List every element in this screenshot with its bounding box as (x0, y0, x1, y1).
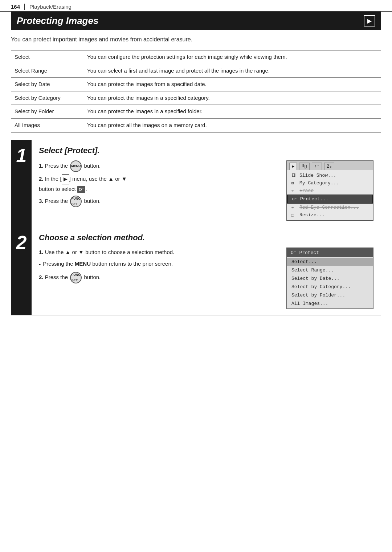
step1-instr-2: 2. In the [▶] menu, use the ▲ or ▼button… (39, 174, 279, 193)
step1-instr-1: 1. Press the MENU button. (39, 160, 279, 172)
protect-item-select-by-folder: Select by Folder... (287, 291, 373, 299)
table-row: Select by Folder You can protect the ima… (11, 105, 381, 119)
table-label: Select by Category (11, 91, 83, 105)
step-2-block: 2 Choose a selection method. 1. Use the … (11, 227, 381, 315)
protect-item-select-range: Select Range... (287, 266, 373, 274)
table-label: Select (11, 50, 83, 64)
protect-item-select: Select... (287, 258, 373, 266)
page-title: Protecting Images (17, 15, 98, 26)
protect-menu: O⁻ Protect Select... Select Range... Sel… (286, 248, 373, 309)
tab-2: Цg (299, 163, 309, 170)
step-2-number: 2 (11, 227, 32, 315)
step-2-instructions: 1. Use the ▲ or ▼ button to choose a sel… (39, 248, 279, 309)
camera-menu-tabs: ▶ Цg ↑↑ 2ₒ (287, 161, 373, 170)
step-2-content: Choose a selection method. 1. Use the ▲ … (32, 227, 381, 315)
main-content: Protecting Images ▶ You can protect impo… (0, 12, 392, 330)
table-description: You can protect the images from a specif… (83, 78, 381, 91)
table-row: All Images You can protect all the image… (11, 118, 381, 132)
table-description: You can protect the images in a specifie… (83, 91, 381, 105)
table-description: You can configure the protection setting… (83, 50, 381, 64)
step-2-title: Choose a selection method. (39, 233, 373, 242)
menu-item-protect: O⁻ Protect... (287, 195, 373, 204)
category-icon: ⊞ (291, 181, 297, 185)
step-1-title: Select [Protect]. (39, 146, 373, 155)
func-set-button-icon: FUNCSET (70, 196, 82, 207)
protect-symbol: O⁻ (77, 186, 86, 193)
table-description: You can protect all the images on a memo… (83, 118, 381, 132)
intro-text: You can protect important images and mov… (11, 35, 381, 44)
section-label: Playback/Erasing (29, 4, 72, 10)
protect-menu-items: Select... Select Range... Select by Date… (287, 257, 373, 308)
protect-menu-title: O⁻ Protect (291, 250, 319, 255)
title-block: Protecting Images ▶ (11, 12, 381, 30)
step-1-content: Select [Protect]. 1. Press the MENU butt… (32, 140, 381, 227)
step-1-number: 1 (11, 140, 32, 227)
table-label: All Images (11, 118, 83, 132)
step-1-screenshot: ▶ Цg ↑↑ 2ₒ 🎞 Slide Show... ⊞ (286, 160, 373, 221)
step-1-block: 1 Select [Protect]. 1. Press the MENU bu… (11, 140, 381, 227)
page-number: 164 (11, 4, 25, 10)
redeye-icon: ✦ (291, 205, 297, 210)
protect-item-select-by-category: Select by Category... (287, 283, 373, 291)
protect-menu-header: O⁻ Protect (287, 248, 373, 257)
menu-item-resize: ⬚ Resize... (287, 211, 373, 219)
step-1-body: 1. Press the MENU button. 2. In the [▶] … (39, 160, 373, 221)
erase-icon: ✦ (291, 188, 297, 193)
protect-item-all-images: All Images... (287, 299, 373, 308)
step-1-instructions: 1. Press the MENU button. 2. In the [▶] … (39, 160, 279, 221)
playback-symbol: ▶ (62, 174, 69, 184)
slideshow-icon: 🎞 (291, 173, 297, 178)
step1-instr-3: 3. Press the FUNCSET button. (39, 196, 279, 207)
camera-menu-1: ▶ Цg ↑↑ 2ₒ 🎞 Slide Show... ⊞ (286, 160, 373, 221)
table-label: Select by Folder (11, 105, 83, 119)
table-row: Select by Date You can protect the image… (11, 78, 381, 91)
menu-item-erase: ✦ Erase (287, 187, 373, 195)
step2-bullet: • Pressing the MENU button returns to th… (39, 259, 279, 269)
table-description: You can protect the images in a specifie… (83, 105, 381, 119)
page-header: 164 Playback/Erasing (0, 0, 392, 12)
step-2-body: 1. Use the ▲ or ▼ button to choose a sel… (39, 248, 373, 309)
table-label: Select Range (11, 64, 83, 78)
menu-item-mycategory: ⊞ My Category... (287, 179, 373, 187)
step2-instr-2: 2. Press the FUNCSET button. (39, 272, 279, 283)
step-2-screenshot: O⁻ Protect Select... Select Range... Sel… (286, 248, 373, 309)
table-row: Select by Category You can protect the i… (11, 91, 381, 105)
table-row: Select You can configure the protection … (11, 50, 381, 64)
table-label: Select by Date (11, 78, 83, 91)
step2-instr-1: 1. Use the ▲ or ▼ button to choose a sel… (39, 248, 279, 257)
info-table: Select You can configure the protection … (11, 50, 381, 132)
tab-3: ↑↑ (312, 163, 322, 170)
menu-button-icon: MENU (70, 160, 82, 172)
menu-item-slideshow: 🎞 Slide Show... (287, 172, 373, 179)
playback-icon: ▶ (364, 15, 375, 26)
camera-menu-items: 🎞 Slide Show... ⊞ My Category... ✦ Erase (287, 170, 373, 220)
resize-icon: ⬚ (291, 213, 297, 217)
table-row: Select Range You can select a first and … (11, 64, 381, 78)
tab-4: 2ₒ (324, 163, 334, 170)
table-description: You can select a first and last image an… (83, 64, 381, 78)
tab-playback: ▶ (289, 163, 297, 170)
protect-icon: O⁻ (292, 197, 298, 201)
menu-item-redeye: ✦ Red-Eye Correction... (287, 204, 373, 211)
func-set-button-icon-2: FUNCSET (70, 272, 82, 283)
protect-item-select-by-date: Select by Date... (287, 274, 373, 283)
